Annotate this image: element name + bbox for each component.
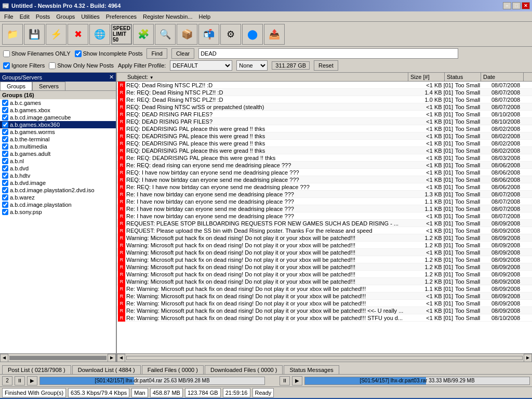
table-row[interactable]: R Re: REQ: Dead Rising NTSC PLZ!! :D 1.0… <box>117 96 532 103</box>
tab-post-list[interactable]: Post List ( 0218/7908 ) <box>2 365 71 374</box>
scroll-right-arrow[interactable]: ▶ <box>108 354 116 362</box>
show-incomplete-checkbox[interactable] <box>75 50 82 57</box>
minimize-button[interactable]: − <box>503 2 511 9</box>
find-button[interactable]: Find <box>147 48 167 59</box>
h-scroll-right[interactable]: ▶ <box>524 354 532 362</box>
table-row[interactable]: R Re: I have now birtday can eryone send… <box>117 212 532 220</box>
menu-preferences[interactable]: Preferences <box>103 12 140 21</box>
group-item[interactable]: a.b.cd.image.playstation <box>0 201 116 208</box>
table-row[interactable]: R Re: REQ: Dead Rising NTSC PLZ!! :D 1.4… <box>117 89 532 96</box>
send-button[interactable]: 📤 <box>264 24 285 45</box>
panel-close-icon[interactable]: ✕ <box>109 74 114 81</box>
table-row[interactable]: R REQ: Dead Rising NTSC w/SS or prepatch… <box>117 103 532 111</box>
table-row[interactable]: R REQUEST: Please upload the SS bin with… <box>117 227 532 234</box>
group-item[interactable]: a.b.hdtv <box>0 172 116 179</box>
tab-status-messages[interactable]: Status Messages <box>284 365 339 374</box>
tab-groups[interactable]: Groups <box>0 82 32 90</box>
group-item[interactable]: a.b.games.adult <box>0 150 116 157</box>
ignore-filters-checkbox-label[interactable]: Ignore Filters <box>3 62 45 69</box>
group-item[interactable]: a.b.dvd <box>0 165 116 172</box>
dl-pause-1[interactable]: ⏸ <box>15 376 25 385</box>
table-row[interactable]: R Re: Warning: Microsoft put hack fix on… <box>117 300 532 307</box>
group-item[interactable]: a.b.c.games <box>0 99 116 107</box>
filter-profile-select[interactable]: DEFAULT <box>170 60 232 71</box>
group-item[interactable]: a.b.dvd.image <box>0 179 116 187</box>
ignore-filters-checkbox[interactable] <box>3 62 10 69</box>
reset-button[interactable]: Reset <box>314 60 338 71</box>
group-item[interactable]: a.b.warez <box>0 194 116 201</box>
table-row[interactable]: R REQ: DEADRISING PAL pleace this were g… <box>117 132 532 140</box>
col-date[interactable]: Date <box>481 73 524 81</box>
search-button[interactable]: 🔍 <box>155 24 176 45</box>
group-item[interactable]: a.b.cd.image.playstation2.dvd.iso <box>0 187 116 194</box>
connect-button[interactable]: 🌐 <box>89 24 110 45</box>
group-item[interactable]: a.b.sony.psp <box>0 208 116 216</box>
menu-register[interactable]: Register Newsbin... <box>140 12 195 21</box>
table-row[interactable]: R Re: Warning: Microsoft put hack fix on… <box>117 285 532 292</box>
show-only-new-checkbox[interactable] <box>49 62 56 69</box>
tab-downloaded-files[interactable]: Downloaded Files ( 0000 ) <box>205 365 283 374</box>
table-row[interactable]: R REQ: I have now birtday can eryone sen… <box>117 176 532 183</box>
table-row[interactable]: R REQ: DEADRISING PAL pleace this were g… <box>117 140 532 147</box>
table-row[interactable]: R Re: I have now birtday can eryone send… <box>117 191 532 198</box>
settings-button[interactable]: ⚙ <box>220 24 241 45</box>
table-row[interactable]: R Re: Warning: Microsoft put hack fix on… <box>117 314 532 322</box>
group-item[interactable]: a.b.games.worms <box>0 128 116 136</box>
tab-download-list[interactable]: Download List ( 4884 ) <box>72 365 141 374</box>
table-row[interactable]: R Warning: Microsoft put hack fix on dea… <box>117 278 532 285</box>
show-incomplete-checkbox-label[interactable]: Show Incomplete Posts <box>75 50 143 57</box>
search-input[interactable] <box>198 48 458 59</box>
table-row[interactable]: R REQ: Dead Rising NTSC PLZ!! :D <1 KB [… <box>117 82 532 89</box>
h-scroll-track[interactable] <box>126 356 523 360</box>
table-row[interactable]: R REQ: I have now birtday can eryone sen… <box>117 169 532 176</box>
menu-help[interactable]: Help <box>195 12 214 21</box>
dl-pause-2[interactable]: ⏸ <box>280 376 290 385</box>
table-row[interactable]: R Re: REQ: dead rising can eryone send m… <box>117 162 532 169</box>
dl-play-2[interactable]: ▶ <box>292 376 302 385</box>
show-filenames-checkbox[interactable] <box>3 50 10 57</box>
table-row[interactable]: R Re: REQ: DEADRISING PAL pleace this we… <box>117 154 532 162</box>
table-row[interactable]: R Warning: Microsoft put hack fix on dea… <box>117 271 532 278</box>
menu-edit[interactable]: Edit <box>17 12 33 21</box>
table-row[interactable]: R REQ: DEADRISING PAL pleace this were g… <box>117 147 532 154</box>
col-size[interactable]: Size [#] <box>408 73 445 81</box>
table-row[interactable]: R Re: I have now birtday can eryone send… <box>117 198 532 205</box>
menu-file[interactable]: File <box>1 12 17 21</box>
scroll-left-arrow[interactable]: ◀ <box>0 354 8 362</box>
table-row[interactable]: R Warning: Microsoft put hack fix on dea… <box>117 234 532 242</box>
table-row[interactable]: R Re: Warning: Microsoft put hack fix on… <box>117 307 532 314</box>
speed-button[interactable]: SPEEDLIMIT50 <box>111 24 132 45</box>
dl-play-1[interactable]: ▶ <box>27 376 37 385</box>
group-item[interactable]: a.b.games.xbox <box>0 107 116 114</box>
save-button[interactable]: 💾 <box>24 24 45 45</box>
table-row[interactable]: R REQ: DEAD RISING PAR FILES? <1 KB [01]… <box>117 111 532 118</box>
puzzle-button[interactable]: 🧩 <box>133 24 154 45</box>
restore-button[interactable]: □ <box>512 2 521 9</box>
group-item[interactable]: a.b.the-terminal <box>0 136 116 143</box>
table-row[interactable]: R Re: REQ: I have now birtday can eryone… <box>117 183 532 191</box>
menu-posts[interactable]: Posts <box>33 12 54 21</box>
none-select[interactable]: None <box>236 60 268 71</box>
table-row[interactable]: R Warning: Microsoft put hack fix on dea… <box>117 249 532 256</box>
table-row[interactable]: R Warning: Microsoft put hack fix on dea… <box>117 256 532 263</box>
refresh-button[interactable]: ⚡ <box>46 24 66 45</box>
box-button[interactable]: 📦 <box>177 24 197 45</box>
group-item[interactable]: a.b.multimedia <box>0 143 116 150</box>
h-scroll-left[interactable]: ◀ <box>117 354 125 362</box>
table-row[interactable]: R Re: I have now birtday can eryone send… <box>117 205 532 212</box>
tab-servers[interactable]: Servers <box>32 82 65 90</box>
menu-groups[interactable]: Groups <box>53 12 78 21</box>
table-row[interactable]: R Warning: Microsoft put hack fix on dea… <box>117 242 532 249</box>
table-row[interactable]: R REQ: DEADRISING PAL pleace this were g… <box>117 125 532 132</box>
menu-utilities[interactable]: Utilities <box>78 12 102 21</box>
group-item[interactable]: a.b.nl <box>0 157 116 165</box>
post-button[interactable]: 📬 <box>198 24 219 45</box>
table-row[interactable]: R REQ: DEAD RISING PAR FILES? <1 KB [01]… <box>117 118 532 125</box>
show-filenames-checkbox-label[interactable]: Show Filenames ONLY <box>3 50 71 57</box>
table-row[interactable]: R Warning: Microsoft put hack fix on dea… <box>117 263 532 271</box>
show-only-new-checkbox-label[interactable]: Show Only New Posts <box>49 62 114 69</box>
col-status[interactable]: Status <box>445 73 481 81</box>
scroll-track[interactable] <box>9 356 107 360</box>
group-item-selected[interactable]: a.b.games.xbox360 <box>0 121 116 128</box>
tab-failed-files[interactable]: Failed Files ( 0000 ) <box>142 365 204 374</box>
